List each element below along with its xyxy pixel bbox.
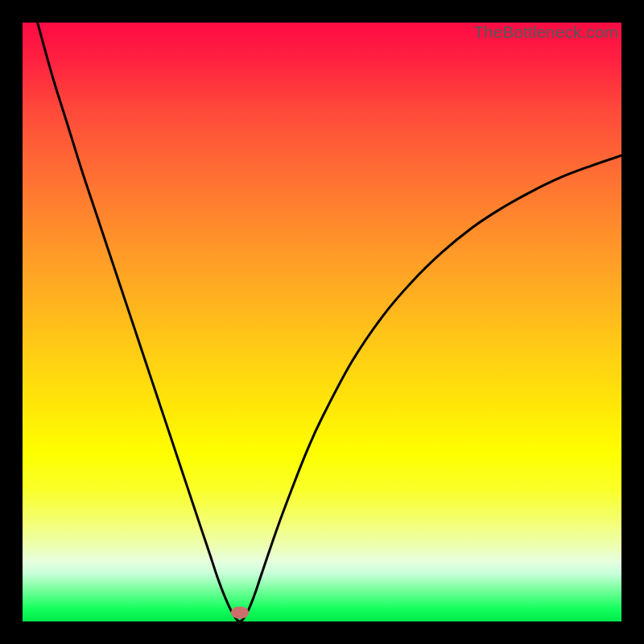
- plot-area: TheBottleneck.com: [23, 23, 621, 621]
- bottleneck-curve-path: [38, 23, 621, 621]
- minimum-marker: [231, 606, 249, 618]
- watermark-text: TheBottleneck.com: [473, 23, 618, 42]
- chart-frame: TheBottleneck.com: [0, 0, 644, 644]
- curve-svg: [23, 23, 621, 621]
